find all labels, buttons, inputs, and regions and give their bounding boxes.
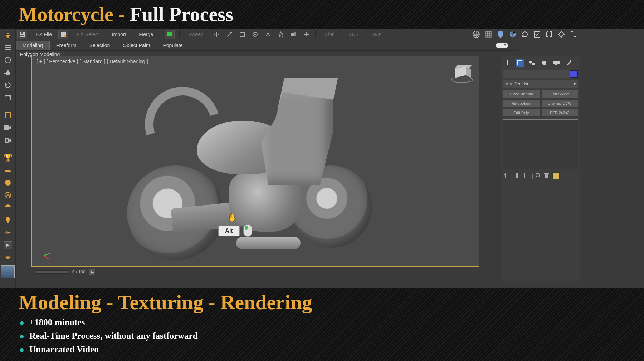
scene-icon[interactable] xyxy=(58,30,68,39)
pin-icon[interactable] xyxy=(503,173,509,179)
svg-point-12 xyxy=(6,139,8,142)
object-name-field[interactable] xyxy=(503,70,578,78)
camera-icon[interactable] xyxy=(0,134,16,146)
tool-icon-4[interactable] xyxy=(250,30,260,39)
svg-rect-44 xyxy=(544,173,549,174)
frame-icon[interactable] xyxy=(531,29,543,40)
mod-retopology[interactable]: Retopology xyxy=(503,99,540,107)
geosphere-icon[interactable] xyxy=(0,189,16,201)
tool-icon-7[interactable] xyxy=(289,30,298,39)
sym-button[interactable]: Sym xyxy=(365,31,388,37)
modifier-list-dropdown[interactable]: Modifier List ▾ xyxy=(503,80,578,88)
stack-icon-1[interactable] xyxy=(515,173,521,179)
mod-turbosmooth[interactable]: TurboSmooth xyxy=(503,90,540,98)
mod-editspline[interactable]: Edit Spline xyxy=(541,90,579,98)
sweep-button[interactable]: Sweep xyxy=(182,31,210,37)
timeline[interactable]: 0 / 100 ▶ xyxy=(31,268,515,276)
frame-next-icon[interactable]: ▶ xyxy=(89,269,96,275)
tool-icon-6[interactable] xyxy=(276,30,286,39)
motion-tab-icon[interactable] xyxy=(540,59,548,67)
shell-button[interactable]: Shell xyxy=(318,31,342,37)
viewport[interactable]: [ + ] [ Perspective ] [ Standard ] [ Def… xyxy=(31,56,479,267)
tool-icon-5[interactable] xyxy=(263,30,273,39)
trash-icon[interactable] xyxy=(544,173,550,179)
diamond-icon[interactable] xyxy=(555,29,567,40)
merge-button[interactable]: Merge xyxy=(132,31,160,37)
svg-point-26 xyxy=(254,34,256,35)
configure-icon[interactable] xyxy=(552,172,560,179)
svg-rect-41 xyxy=(524,173,527,178)
camera-list-icon[interactable] xyxy=(0,121,16,134)
viewport-thumb[interactable] xyxy=(1,265,15,278)
mouse-indicator xyxy=(243,224,252,237)
umbrella-icon[interactable] xyxy=(0,201,16,214)
tab-selection[interactable]: Selection xyxy=(83,41,117,50)
axis-gizmo xyxy=(39,250,50,261)
sphere-icon[interactable] xyxy=(0,176,16,189)
trophy-icon[interactable]: 🏆 xyxy=(0,151,16,164)
ribbon-tabs: Modeling Freeform Selection Object Paint… xyxy=(16,40,519,51)
modifier-stack[interactable] xyxy=(503,119,578,169)
svg-rect-9 xyxy=(6,112,9,113)
import-button[interactable]: Import xyxy=(106,31,133,37)
tool-icon-8[interactable] xyxy=(302,30,311,39)
help-icon[interactable]: ? xyxy=(0,54,16,66)
mod-ffd[interactable]: FFD 2x2x2 xyxy=(541,109,579,117)
globe-icon[interactable] xyxy=(470,29,482,40)
object-color-swatch[interactable] xyxy=(570,70,578,78)
svg-rect-15 xyxy=(8,207,8,210)
modify-tab-icon[interactable] xyxy=(516,59,524,67)
box-icon[interactable] xyxy=(0,91,16,104)
viewport-label[interactable]: [ + ] [ Perspective ] [ Standard ] [ Def… xyxy=(36,59,148,64)
refresh-icon[interactable] xyxy=(0,79,16,91)
ex-file-button[interactable]: EX File xyxy=(29,31,58,37)
tool-icon-2[interactable] xyxy=(225,30,234,39)
svg-rect-40 xyxy=(516,173,518,178)
tool-icon-1[interactable] xyxy=(212,30,221,39)
burst-icon[interactable]: ✷ xyxy=(0,251,16,264)
stack-tools: | | xyxy=(503,172,578,179)
tab-object-paint[interactable]: Object Paint xyxy=(116,41,156,50)
ex-select-button[interactable]: EX Select xyxy=(70,31,105,37)
svg-rect-28 xyxy=(294,32,296,36)
svg-rect-38 xyxy=(555,64,557,65)
tab-freeform[interactable]: Freeform xyxy=(50,41,83,50)
active-toggle[interactable] xyxy=(165,30,175,39)
list-icon[interactable] xyxy=(0,41,16,54)
clipboard-icon[interactable] xyxy=(0,109,16,121)
corner-icon[interactable] xyxy=(567,29,580,40)
tab-modeling[interactable]: Modeling xyxy=(16,41,50,50)
filter-icon[interactable]: ▾ xyxy=(141,59,144,65)
teapot-icon[interactable] xyxy=(0,66,16,79)
create-tab-icon[interactable] xyxy=(503,59,512,67)
save-icon[interactable] xyxy=(17,30,27,39)
bullet-3: Unnarrated Video xyxy=(19,343,625,356)
play-button[interactable]: ▶ xyxy=(0,239,16,251)
sub-button[interactable]: SUB xyxy=(342,31,365,37)
create-icon[interactable] xyxy=(0,29,16,41)
display-tab-icon[interactable] xyxy=(552,59,561,67)
svg-text:?: ? xyxy=(7,58,9,62)
bracket-icon[interactable] xyxy=(543,29,555,40)
mod-unwrapuvw[interactable]: Unwrap UVW xyxy=(541,99,579,107)
ribbon-collapse-toggle[interactable] xyxy=(496,43,508,48)
hardhat-icon[interactable] xyxy=(0,164,16,176)
shield-icon[interactable] xyxy=(494,29,507,40)
svg-rect-37 xyxy=(553,61,560,64)
utilities-tab-icon[interactable] xyxy=(564,59,573,67)
stack-icon-2[interactable] xyxy=(523,173,530,179)
cube-icon[interactable] xyxy=(507,29,519,40)
mod-editpoly[interactable]: Edit Poly xyxy=(503,109,540,117)
bulb-icon[interactable] xyxy=(0,214,16,226)
hierarchy-tab-icon[interactable] xyxy=(528,59,536,67)
sun-icon[interactable]: ☀ xyxy=(0,226,16,239)
title-white: Full Process xyxy=(130,3,233,26)
stack-icon-3[interactable] xyxy=(535,173,542,179)
rotate-icon[interactable] xyxy=(519,29,531,40)
grid-icon[interactable] xyxy=(482,29,494,40)
tool-icon-3[interactable] xyxy=(238,30,247,39)
svg-rect-6 xyxy=(7,70,9,72)
tab-populate[interactable]: Populate xyxy=(156,41,189,50)
svg-rect-0 xyxy=(5,45,11,46)
viewcube[interactable] xyxy=(452,64,471,81)
